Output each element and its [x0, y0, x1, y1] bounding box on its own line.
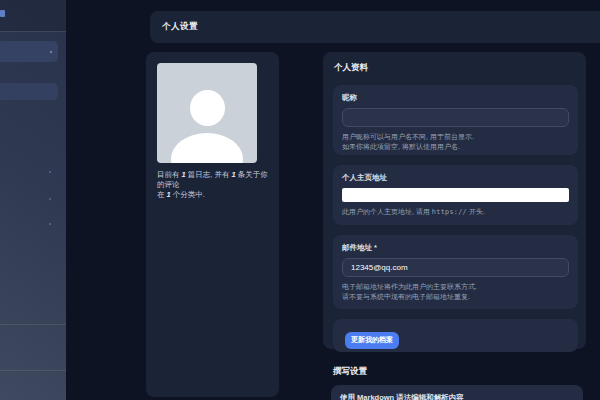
homepage-group: 个人主页地址 此用户的个人主页地址, 请用 https:// 开头.	[333, 165, 578, 225]
sidebar-bullet-icon	[49, 198, 51, 200]
https-code: https://	[432, 208, 467, 216]
update-profile-button[interactable]: 更新我的档案	[345, 332, 399, 349]
logo-icon	[0, 10, 5, 17]
sidebar-divider	[0, 324, 66, 325]
page-header: 个人设置	[150, 11, 600, 43]
avatar	[157, 63, 257, 163]
profile-summary-card: 目前有 1 篇日志, 并有 1 条关于你的评论在 1 个分类中.	[146, 52, 279, 397]
submit-group: 更新我的档案	[333, 319, 578, 352]
profile-stats-text: 目前有 1 篇日志, 并有 1 条关于你的评论在 1 个分类中.	[157, 170, 273, 200]
email-input[interactable]	[342, 258, 569, 277]
homepage-input[interactable]	[342, 188, 569, 202]
sidebar-bullet-icon	[49, 223, 51, 225]
writing-settings-card: 使用 Markdown 语法编辑和解析内容	[331, 385, 583, 400]
sidebar-divider	[0, 31, 66, 32]
personal-settings-page: 个人设置 目前有 1 篇日志, 并有 1 条关于你的评论在 1 个分类中. 个人…	[0, 0, 600, 400]
nickname-help: 用户昵称可以与用户名不同, 用于前台显示. 如果你将此项留空, 将默认使用用户名…	[342, 132, 569, 151]
email-label: 邮件地址 *	[342, 243, 569, 253]
writing-section-heading: 撰写设置	[333, 366, 367, 378]
sidebar-item[interactable]	[0, 83, 58, 100]
profile-section-heading: 个人资料	[334, 62, 578, 74]
markdown-option-label: 使用 Markdown 语法编辑和解析内容	[340, 393, 574, 400]
profile-form-card: 个人资料 昵称 用户昵称可以与用户名不同, 用于前台显示. 如果你将此项留空, …	[323, 52, 586, 349]
nickname-label: 昵称	[342, 93, 569, 103]
avatar-person-icon	[190, 90, 225, 126]
homepage-label: 个人主页地址	[342, 173, 569, 183]
email-group: 邮件地址 * 电子邮箱地址将作为此用户的主要联系方式. 请不要与系统中现有的电子…	[333, 235, 578, 309]
nickname-input[interactable]	[342, 108, 569, 127]
sidebar-bullet-icon	[50, 51, 52, 53]
homepage-help: 此用户的个人主页地址, 请用 https:// 开头.	[342, 207, 569, 218]
page-title: 个人设置	[162, 21, 198, 33]
sidebar-bullet-icon	[49, 171, 51, 173]
avatar-person-icon	[171, 133, 243, 163]
sidebar	[0, 0, 66, 400]
nickname-group: 昵称 用户昵称可以与用户名不同, 用于前台显示. 如果你将此项留空, 将默认使用…	[333, 85, 578, 155]
sidebar-header	[0, 0, 66, 31]
email-help: 电子邮箱地址将作为此用户的主要联系方式. 请不要与系统中现有的电子邮箱地址重复.	[342, 282, 569, 301]
sidebar-divider	[0, 370, 66, 371]
